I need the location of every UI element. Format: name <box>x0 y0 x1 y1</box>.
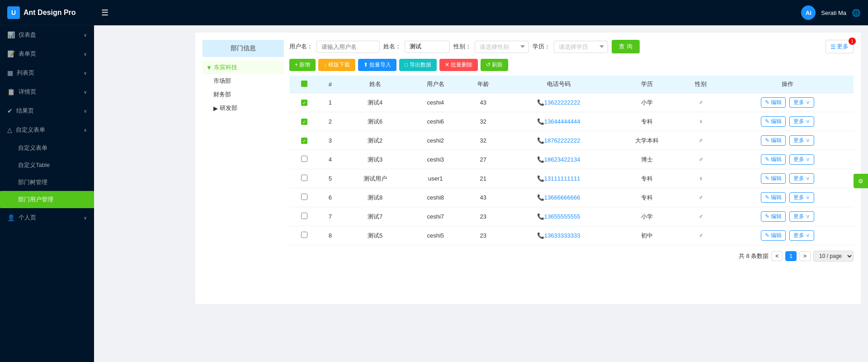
sidebar-item-custom-form[interactable]: △ 自定义表单 ∧ <box>0 120 94 139</box>
prev-page-button[interactable]: < <box>771 251 783 261</box>
sidebar-item-form[interactable]: 📝 表单页 ∨ <box>0 44 94 63</box>
more-button-3[interactable]: 更多 ∨ <box>789 154 814 165</box>
cell-gender-7: ♂ <box>680 226 722 245</box>
edit-button-6[interactable]: ✎ 编辑 <box>761 211 786 222</box>
edit-button-4[interactable]: ✎ 编辑 <box>761 173 786 184</box>
cell-ops-1: ✎ 编辑 更多 ∨ <box>722 112 854 131</box>
table-row: 7 测试7 ceshi7 23 📞13655555555 小学 ♂ ✎ 编辑 更… <box>289 207 854 226</box>
sidebar-item-custom-table[interactable]: 自定义Table <box>0 157 94 174</box>
sidebar-item-list[interactable]: ▦ 列表页 ∨ <box>0 63 94 82</box>
tree-child-market[interactable]: 市场部 <box>203 74 284 88</box>
sidebar: U Ant Design Pro 📊 仪表盘 ∨ 📝 表单页 ∨ ▦ 列表页 ∨ <box>0 0 94 362</box>
more-button-7[interactable]: 更多 ∨ <box>789 230 814 241</box>
select-all-header[interactable] <box>289 76 319 93</box>
checkbox-3[interactable] <box>301 156 307 162</box>
search-button[interactable]: 查 询 <box>612 40 640 53</box>
row-checkbox-2[interactable]: ✓ <box>289 131 319 150</box>
cell-age-1: 32 <box>462 112 504 131</box>
cell-education-6: 小学 <box>613 207 680 226</box>
tree-child-rd[interactable]: ▶ 研发部 <box>203 101 284 115</box>
cell-phone-2[interactable]: 📞18762222222 <box>504 131 613 150</box>
row-checkbox-4[interactable] <box>289 169 319 188</box>
table-row: 4 测试3 ceshi3 27 📞18623422134 博士 ♂ ✎ 编辑 更… <box>289 150 854 169</box>
more-button-4[interactable]: 更多 ∨ <box>789 173 814 184</box>
edit-button-7[interactable]: ✎ 编辑 <box>761 230 786 241</box>
checkbox-5[interactable] <box>301 194 307 200</box>
cell-phone-6[interactable]: 📞13655555555 <box>504 207 613 226</box>
edit-button-2[interactable]: ✎ 编辑 <box>761 135 786 146</box>
next-page-button[interactable]: > <box>799 251 811 261</box>
add-button[interactable]: + 新增 <box>289 59 316 71</box>
more-button-0[interactable]: 更多 ∨ <box>789 97 814 108</box>
sidebar-item-dept-user[interactable]: 部门用户管理 <box>0 191 94 208</box>
batch-import-button[interactable]: ⬆ 批量导入 <box>358 59 396 71</box>
row-checkbox-7[interactable] <box>289 226 319 245</box>
settings-button[interactable]: ⚙ <box>854 174 868 188</box>
more-filters-button[interactable]: ☰ 更多 1 <box>826 40 854 53</box>
sidebar-item-dept-tree[interactable]: 部门树管理 <box>0 174 94 191</box>
gender-label: 性别： <box>453 43 471 51</box>
cell-ops-6: ✎ 编辑 更多 ∨ <box>722 207 854 226</box>
tree-expand-icon: ▼ <box>206 64 212 71</box>
cell-age-2: 32 <box>462 131 504 150</box>
username-label: 用户名： <box>289 43 313 51</box>
sidebar-item-personal[interactable]: 👤 个人页 ∨ <box>0 208 94 227</box>
more-button-5[interactable]: 更多 ∨ <box>789 192 814 203</box>
refresh-button[interactable]: ↺ 刷新 <box>481 59 508 71</box>
cell-phone-3[interactable]: 📞18623422134 <box>504 150 613 169</box>
tree-root-dongchen[interactable]: ▼ 东宸科技 <box>203 61 284 74</box>
topbar: ☰ Ai Serati Ma 🌐 <box>94 0 868 25</box>
sidebar-item-result[interactable]: ✔ 结果页 ∨ <box>0 101 94 120</box>
row-checkbox-0[interactable]: ✓ <box>289 93 319 112</box>
more-button-2[interactable]: 更多 ∨ <box>789 135 814 146</box>
cell-name-0: 测试4 <box>342 93 409 112</box>
sidebar-item-dept-tree-label: 部门树管理 <box>18 179 47 186</box>
cell-phone-1[interactable]: 📞13644444444 <box>504 112 613 131</box>
edit-button-0[interactable]: ✎ 编辑 <box>761 97 786 108</box>
action-bar: + 新增 ↓ 模版下载 ⬆ 批量导入 □ 导出数据 ✕ 批量删除 ↺ 刷新 <box>289 59 854 71</box>
cell-phone-5[interactable]: 📞13666666666 <box>504 188 613 207</box>
cell-education-1: 专科 <box>613 112 680 131</box>
page-1-button[interactable]: 1 <box>785 251 797 261</box>
edit-button-1[interactable]: ✎ 编辑 <box>761 116 786 127</box>
checkbox-checked-0[interactable]: ✓ <box>301 100 307 106</box>
row-checkbox-5[interactable] <box>289 188 319 207</box>
cell-phone-7[interactable]: 📞13633333333 <box>504 226 613 245</box>
export-button[interactable]: □ 导出数据 <box>399 59 437 71</box>
more-button-1[interactable]: 更多 ∨ <box>789 116 814 127</box>
row-checkbox-1[interactable]: ✓ <box>289 112 319 131</box>
row-checkbox-3[interactable] <box>289 150 319 169</box>
cell-age-5: 43 <box>462 188 504 207</box>
sidebar-item-dashboard[interactable]: 📊 仪表盘 ∨ <box>0 25 94 44</box>
gender-select[interactable]: 请选择性别 男 女 <box>475 41 529 53</box>
globe-icon[interactable]: 🌐 <box>852 9 861 17</box>
page-size-select[interactable]: 10 / page 20 / page 50 / page <box>813 251 854 262</box>
sidebar-item-custom-form-sub[interactable]: 自定义表单 <box>0 139 94 157</box>
batch-delete-button[interactable]: ✕ 批量删除 <box>439 59 478 71</box>
edit-button-3[interactable]: ✎ 编辑 <box>761 154 786 165</box>
checkbox-checked-2[interactable]: ✓ <box>301 138 307 144</box>
table-row: 8 测试5 ceshi5 23 📞13633333333 初中 ♂ ✎ 编辑 更… <box>289 226 854 245</box>
col-name: 姓名 <box>342 76 409 93</box>
checkbox-checked-1[interactable]: ✓ <box>301 119 307 125</box>
sidebar-item-detail[interactable]: 📋 详情页 ∨ <box>0 82 94 101</box>
row-checkbox-6[interactable] <box>289 207 319 226</box>
education-select[interactable]: 请选择学历 小学 初中 专科 大学本科 博士 <box>554 41 608 53</box>
cell-gender-0: ♂ <box>680 93 722 112</box>
chevron-down-icon: ∨ <box>84 215 87 220</box>
tree-child-finance[interactable]: 财务部 <box>203 88 284 101</box>
name-input[interactable] <box>405 41 450 53</box>
cell-name-3: 测试3 <box>342 150 409 169</box>
menu-toggle-button[interactable]: ☰ <box>101 8 108 18</box>
template-download-button[interactable]: ↓ 模版下载 <box>318 59 355 71</box>
username-input[interactable] <box>316 41 380 53</box>
checkbox-6[interactable] <box>301 213 307 219</box>
checkbox-4[interactable] <box>301 175 307 181</box>
cell-phone-0[interactable]: 📞13622222222 <box>504 93 613 112</box>
more-button-6[interactable]: 更多 ∨ <box>789 211 814 222</box>
edit-button-5[interactable]: ✎ 编辑 <box>761 192 786 203</box>
cell-username-6: ceshi7 <box>409 207 463 226</box>
checkbox-7[interactable] <box>301 232 307 238</box>
cell-phone-4[interactable]: 📞13111111111 <box>504 169 613 188</box>
cell-age-0: 43 <box>462 93 504 112</box>
